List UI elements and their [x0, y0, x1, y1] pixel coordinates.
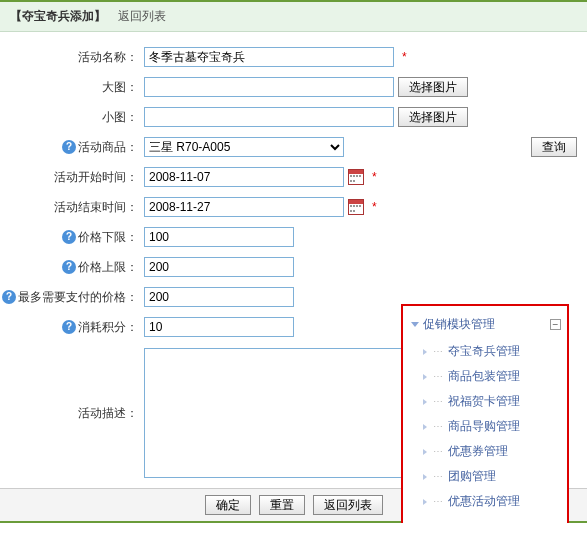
popup-item-greeting-card[interactable]: ⋯祝福贺卡管理 — [409, 389, 561, 414]
label-price-low: 价格下限： — [78, 229, 138, 246]
triangle-right-icon — [423, 499, 427, 505]
end-time-input[interactable] — [144, 197, 344, 217]
popup-item-coupon[interactable]: ⋯优惠券管理 — [409, 439, 561, 464]
label-activity-name: 活动名称： — [0, 49, 144, 66]
popup-item-treasure[interactable]: ⋯夺宝奇兵管理 — [409, 339, 561, 364]
row-price-low: ? 价格下限： — [0, 222, 587, 252]
popup-item-promo-activity[interactable]: ⋯优惠活动管理 — [409, 489, 561, 514]
reset-button[interactable]: 重置 — [259, 495, 305, 515]
label-end-time: 活动结束时间： — [0, 199, 144, 216]
row-product: ? 活动商品： 三星 R70-A005 查询 — [0, 132, 587, 162]
select-small-image-button[interactable]: 选择图片 — [398, 107, 468, 127]
triangle-right-icon — [423, 424, 427, 430]
triangle-right-icon — [423, 399, 427, 405]
label-points: 消耗积分： — [78, 319, 138, 336]
popup-title[interactable]: 促销模块管理 — [423, 316, 495, 333]
row-price-high: ? 价格上限： — [0, 252, 587, 282]
row-start-time: 活动开始时间： * — [0, 162, 587, 192]
activity-name-input[interactable] — [144, 47, 394, 67]
popup-header: 促销模块管理 − — [409, 314, 561, 339]
help-icon[interactable]: ? — [62, 140, 76, 154]
required-mark: * — [372, 200, 377, 214]
label-price-high: 价格上限： — [78, 259, 138, 276]
select-big-image-button[interactable]: 选择图片 — [398, 77, 468, 97]
back-list-button[interactable]: 返回列表 — [313, 495, 383, 515]
confirm-button[interactable]: 确定 — [205, 495, 251, 515]
label-description: 活动描述： — [0, 405, 144, 422]
row-activity-name: 活动名称： * — [0, 42, 587, 72]
small-image-input[interactable] — [144, 107, 394, 127]
query-button[interactable]: 查询 — [531, 137, 577, 157]
price-high-input[interactable] — [144, 257, 294, 277]
popup-item-group-buy[interactable]: ⋯团购管理 — [409, 464, 561, 489]
page-header: 【夺宝奇兵添加】 返回列表 — [0, 0, 587, 32]
max-pay-input[interactable] — [144, 287, 294, 307]
price-low-input[interactable] — [144, 227, 294, 247]
page-title: 【夺宝奇兵添加】 — [10, 8, 106, 25]
points-input[interactable] — [144, 317, 294, 337]
label-max-pay: 最多需要支付的价格： — [18, 289, 138, 306]
triangle-right-icon — [423, 374, 427, 380]
promotion-module-popup: 促销模块管理 − ⋯夺宝奇兵管理 ⋯商品包装管理 ⋯祝福贺卡管理 ⋯商品导购管理… — [401, 304, 569, 523]
triangle-right-icon — [423, 449, 427, 455]
collapse-icon[interactable]: − — [550, 319, 561, 330]
big-image-input[interactable] — [144, 77, 394, 97]
start-time-input[interactable] — [144, 167, 344, 187]
label-big-image: 大图： — [0, 79, 144, 96]
triangle-down-icon — [411, 322, 419, 327]
required-mark: * — [372, 170, 377, 184]
label-start-time: 活动开始时间： — [0, 169, 144, 186]
required-mark: * — [402, 50, 407, 64]
form-area: 活动名称： * 大图： 选择图片 小图： 选择图片 ? 活动商品： 三星 R70… — [0, 32, 587, 488]
help-icon[interactable]: ? — [2, 290, 16, 304]
row-small-image: 小图： 选择图片 — [0, 102, 587, 132]
triangle-right-icon — [423, 349, 427, 355]
back-to-list-link[interactable]: 返回列表 — [118, 8, 166, 25]
help-icon[interactable]: ? — [62, 320, 76, 334]
label-small-image: 小图： — [0, 109, 144, 126]
calendar-icon[interactable] — [348, 199, 364, 215]
triangle-right-icon — [423, 474, 427, 480]
row-big-image: 大图： 选择图片 — [0, 72, 587, 102]
label-product: 活动商品： — [78, 139, 138, 156]
product-select[interactable]: 三星 R70-A005 — [144, 137, 344, 157]
row-end-time: 活动结束时间： * — [0, 192, 587, 222]
help-icon[interactable]: ? — [62, 260, 76, 274]
popup-item-shopping-guide[interactable]: ⋯商品导购管理 — [409, 414, 561, 439]
popup-item-packaging[interactable]: ⋯商品包装管理 — [409, 364, 561, 389]
calendar-icon[interactable] — [348, 169, 364, 185]
help-icon[interactable]: ? — [62, 230, 76, 244]
